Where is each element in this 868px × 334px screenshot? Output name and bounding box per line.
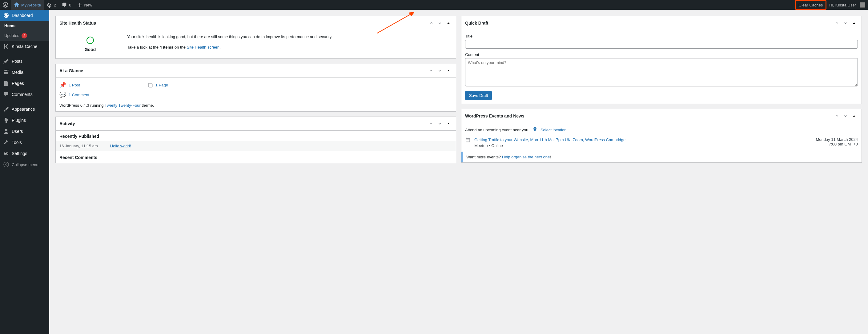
recent-comments-heading: Recent Comments	[56, 151, 456, 163]
box-controls	[428, 67, 452, 74]
user-greeting[interactable]: Hi, Kinsta User	[827, 0, 868, 10]
chevron-down-icon	[438, 69, 442, 73]
gauge-label: Good	[85, 47, 96, 52]
chevron-down-icon	[843, 21, 848, 25]
move-down-button[interactable]	[842, 112, 849, 120]
calendar-icon	[465, 137, 471, 148]
title-input[interactable]	[465, 40, 858, 48]
toggle-button[interactable]	[445, 67, 452, 74]
wordpress-icon	[3, 2, 8, 8]
box-controls	[833, 112, 858, 120]
box-title: Site Health Status	[59, 21, 96, 26]
health-gauge: Good	[59, 34, 121, 55]
move-down-button[interactable]	[436, 20, 443, 27]
chevron-down-icon	[843, 114, 848, 118]
recently-published-heading: Recently Published	[56, 131, 456, 139]
event-title-link[interactable]: Getting Traffic to your Website, Mon 11t…	[474, 137, 625, 142]
health-paragraph: Your site's health is looking good, but …	[127, 34, 333, 40]
caret-up-icon	[446, 21, 451, 25]
menu-users[interactable]: Users	[0, 126, 49, 137]
menu-posts[interactable]: Posts	[0, 56, 49, 67]
theme-link[interactable]: Twenty Twenty-Four	[105, 103, 141, 108]
box-controls	[428, 20, 452, 27]
move-up-button[interactable]	[833, 20, 841, 27]
site-name-link[interactable]: MyWebsite	[11, 0, 44, 10]
users-icon	[3, 128, 9, 134]
box-title: At a Glance	[59, 68, 83, 73]
menu-plugins[interactable]: Plugins	[0, 115, 49, 126]
menu-settings[interactable]: Settings	[0, 148, 49, 159]
glance-posts[interactable]: 📌 1 Post	[59, 81, 80, 88]
move-down-button[interactable]	[842, 20, 849, 27]
toggle-button[interactable]	[850, 20, 858, 27]
dashboard-submenu: Home Updates 2	[0, 21, 49, 41]
submenu-updates[interactable]: Updates 2	[0, 30, 49, 41]
glance-comments[interactable]: 💬 1 Comment	[59, 91, 89, 98]
admin-bar-right: Clear Caches Hi, Kinsta User	[795, 0, 868, 10]
move-down-button[interactable]	[436, 67, 443, 74]
select-location-link[interactable]: Select location	[540, 128, 567, 132]
box-title: Activity	[59, 121, 75, 126]
media-icon	[3, 69, 9, 75]
site-health-screen-link[interactable]: Site Health screen	[187, 45, 219, 49]
move-up-button[interactable]	[428, 20, 435, 27]
caret-up-icon	[446, 122, 451, 126]
move-up-button[interactable]	[833, 112, 841, 120]
left-column: Site Health Status Good Your	[55, 16, 456, 163]
submenu-home[interactable]: Home	[0, 21, 49, 30]
menu-tools[interactable]: Tools	[0, 137, 49, 148]
activity-post-link[interactable]: Hello world!	[110, 144, 131, 148]
event-item: Getting Traffic to your Website, Mon 11t…	[465, 133, 858, 148]
toggle-button[interactable]	[445, 20, 452, 27]
sliders-icon	[3, 151, 9, 157]
box-body: Recently Published 16 January, 11:15 am …	[56, 131, 456, 163]
attend-text: Attend an upcoming event near you.	[465, 128, 529, 132]
content-textarea[interactable]	[465, 58, 858, 87]
menu-dashboard[interactable]: Dashboard	[0, 10, 49, 21]
separator	[0, 100, 49, 104]
move-up-button[interactable]	[428, 67, 435, 74]
box-body: Good Your site's health is looking good,…	[56, 30, 456, 59]
separator	[0, 52, 49, 56]
chevron-down-icon	[438, 21, 442, 25]
plugin-icon	[3, 117, 9, 123]
menu-pages[interactable]: Pages	[0, 78, 49, 89]
caret-up-icon	[852, 114, 856, 118]
avatar	[860, 2, 865, 8]
box-header: At a Glance	[56, 64, 456, 78]
new-content-link[interactable]: New	[74, 0, 95, 10]
toggle-button[interactable]	[445, 120, 452, 127]
updates-link[interactable]: 2	[44, 0, 59, 10]
home-icon	[14, 2, 20, 8]
new-label: New	[84, 3, 92, 7]
admin-bar-left: MyWebsite 2 0 New	[0, 0, 95, 10]
glance-footer: WordPress 6.4.3 running Twenty Twenty-Fo…	[59, 101, 452, 108]
menu-media[interactable]: Media	[0, 67, 49, 78]
box-header: Site Health Status	[56, 16, 456, 30]
content-label: Content	[465, 52, 858, 57]
menu-kinsta-cache[interactable]: Kinsta Cache	[0, 41, 49, 52]
event-meta: Meetup • Online	[474, 143, 812, 148]
wp-logo[interactable]	[0, 0, 11, 10]
toggle-button[interactable]	[850, 112, 858, 120]
menu-comments[interactable]: Comments	[0, 89, 49, 100]
comment-icon	[3, 91, 9, 98]
box-header: WordPress Events and News	[461, 109, 862, 123]
clear-caches-button[interactable]: Clear Caches	[795, 0, 827, 10]
save-draft-button[interactable]: Save Draft	[465, 91, 492, 100]
chevron-up-icon	[429, 21, 433, 25]
menu-appearance[interactable]: Appearance	[0, 104, 49, 115]
collapse-icon	[3, 162, 9, 163]
health-text: Your site's health is looking good, but …	[127, 34, 333, 55]
dashboard-content: Site Health Status Good Your	[49, 10, 868, 163]
comments-link[interactable]: 0	[59, 0, 74, 10]
chevron-down-icon	[438, 122, 442, 126]
refresh-icon	[46, 2, 52, 8]
admin-sidebar: Dashboard Home Updates 2 Kinsta Cache Po…	[0, 10, 49, 163]
help-organise-link[interactable]: Help organise the next one	[502, 155, 550, 159]
glance-pages[interactable]: ▢ 1 Page	[148, 81, 168, 88]
collapse-menu[interactable]: Collapse menu	[0, 159, 49, 163]
move-down-button[interactable]	[436, 120, 443, 127]
events-footer: Want more events? Help organise the next…	[461, 152, 862, 162]
move-up-button[interactable]	[428, 120, 435, 127]
